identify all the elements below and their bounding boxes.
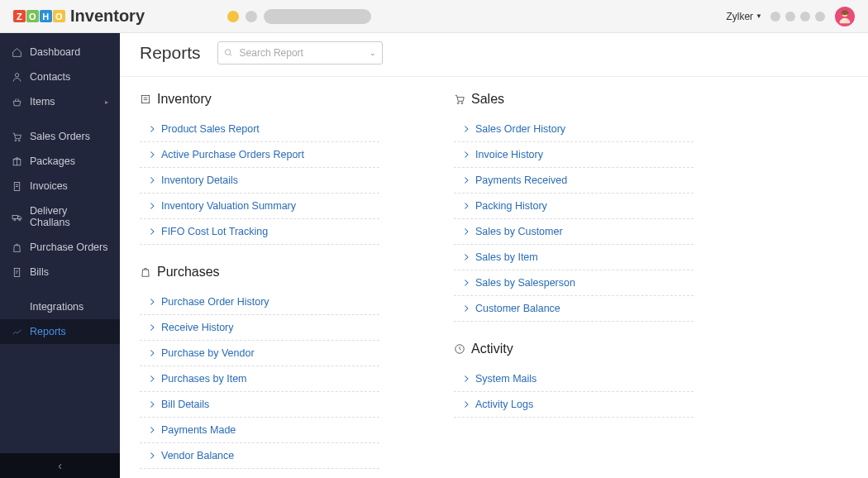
report-item: Customer Balance [454, 296, 694, 322]
sidebar-item-integrations[interactable]: Integrations [0, 294, 120, 319]
report-item: Bill Details [140, 392, 379, 418]
main-content: Reports ⌄ InventoryProduct Sales ReportA… [120, 33, 868, 478]
svg-rect-11 [14, 268, 20, 276]
svg-rect-8 [12, 215, 18, 218]
chevron-right-icon [464, 304, 470, 313]
section-sales: SalesSales Order HistoryInvoice HistoryP… [454, 92, 694, 322]
placeholder-dot-icon [800, 12, 810, 22]
sidebar-item-purchase-orders[interactable]: Purchase Orders [0, 235, 120, 260]
report-link[interactable]: FIFO Cost Lot Tracking [161, 226, 268, 237]
package-icon [12, 156, 22, 167]
report-link[interactable]: Purchase by Vendor [161, 347, 255, 359]
report-item: Sales by Salesperson [454, 270, 694, 296]
chevron-right-icon [150, 452, 155, 460]
report-link[interactable]: Sales Order History [475, 123, 565, 135]
sidebar-item-bills[interactable]: Bills [0, 260, 120, 284]
avatar[interactable] [835, 7, 855, 26]
section-title: Inventory [157, 92, 212, 107]
sidebar-item-label: Items [30, 96, 55, 108]
chevron-right-icon [150, 375, 155, 383]
sidebar-item-label: Contacts [30, 71, 70, 83]
sidebar-collapse-button[interactable]: ‹ [0, 453, 120, 478]
report-item: Packing History [454, 194, 694, 219]
sidebar-item-items[interactable]: Items▸ [0, 89, 120, 114]
logo[interactable]: Z O H O Inventory [13, 7, 145, 26]
topbar: Z O H O Inventory Zylker ▼ [0, 0, 868, 33]
sidebar-item-reports[interactable]: Reports [0, 319, 120, 344]
report-link[interactable]: Sales by Salesperson [475, 277, 575, 289]
report-link[interactable]: Customer Balance [475, 303, 560, 314]
report-item: FIFO Cost Lot Tracking [140, 219, 379, 245]
report-item: Payments Received [454, 168, 694, 194]
chevron-right-icon [464, 176, 470, 184]
caret-down-icon: ▼ [756, 12, 762, 20]
chevron-right-icon [150, 400, 155, 409]
sidebar-item-contacts[interactable]: Contacts [0, 65, 120, 89]
report-link[interactable]: Sales by Item [475, 251, 538, 263]
report-link[interactable]: Payments Made [161, 424, 236, 436]
cart-icon [12, 131, 22, 142]
report-link[interactable]: Active Purchase Orders Report [161, 149, 304, 160]
placeholder-dot-icon [770, 12, 780, 22]
report-link[interactable]: Invoice History [475, 149, 543, 160]
page-title: Reports [140, 43, 201, 63]
org-switcher[interactable]: Zylker ▼ [726, 11, 762, 22]
section-activity: ActivitySystem MailsActivity Logs [454, 342, 694, 418]
clock-icon [454, 343, 465, 355]
sidebar-item-dashboard[interactable]: Dashboard [0, 40, 120, 65]
sidebar-item-label: Bills [30, 266, 49, 278]
sidebar-item-invoices[interactable]: Invoices [0, 174, 120, 198]
report-link[interactable]: Purchase Order History [161, 296, 269, 308]
placeholder-dot-icon [785, 12, 795, 22]
topbar-placeholders [227, 9, 371, 24]
section-header: Inventory [140, 92, 379, 107]
search-input[interactable] [217, 41, 383, 65]
topbar-right: Zylker ▼ [726, 7, 855, 26]
report-item: Payments Made [140, 418, 379, 443]
report-item: Invoice History [454, 142, 694, 168]
brand-product: Inventory [70, 7, 145, 26]
section-title: Purchases [157, 265, 220, 280]
svg-point-14 [225, 50, 230, 55]
report-link[interactable]: Vendor Balance [161, 450, 234, 461]
report-item: Active Purchase Orders Report [140, 142, 379, 168]
report-link[interactable]: Receive History [161, 322, 234, 333]
svg-point-1 [15, 73, 18, 76]
report-link[interactable]: Sales by Customer [475, 226, 563, 237]
report-link[interactable]: Packing History [475, 200, 547, 212]
section-header: Purchases [140, 265, 379, 280]
chevron-down-icon[interactable]: ⌄ [370, 49, 376, 57]
sidebar-item-label: Dashboard [30, 46, 80, 58]
truck-icon [12, 212, 22, 222]
chevron-right-icon [464, 375, 470, 383]
placeholder-bar-icon [264, 9, 371, 24]
report-link[interactable]: Purchases by Item [161, 373, 247, 385]
report-list: System MailsActivity Logs [454, 366, 694, 418]
placeholder-dot-icon [815, 12, 825, 22]
section-header: Sales [454, 92, 694, 107]
chevron-right-icon [464, 279, 470, 287]
chevron-right-icon [150, 176, 155, 184]
sidebar-item-delivery-challans[interactable]: Delivery Challans [0, 198, 120, 235]
report-item: Purchases by Item [140, 366, 379, 392]
chevron-left-icon: ‹ [58, 459, 62, 472]
report-link[interactable]: Product Sales Report [161, 123, 260, 135]
report-link[interactable]: System Mails [475, 373, 537, 385]
placeholder-dot-icon [227, 11, 239, 22]
report-item: Purchase by Vendor [140, 341, 379, 366]
report-list: Sales Order HistoryInvoice HistoryPaymen… [454, 117, 694, 322]
chevron-right-icon [150, 323, 155, 332]
chevron-right-icon [464, 227, 470, 236]
report-list: Product Sales ReportActive Purchase Orde… [140, 117, 379, 245]
sidebar-item-sales-orders[interactable]: Sales Orders [0, 124, 120, 149]
report-link[interactable]: Inventory Details [161, 174, 238, 186]
chevron-right-icon [464, 125, 470, 133]
search-wrap: ⌄ [217, 41, 383, 65]
report-link[interactable]: Activity Logs [475, 399, 533, 410]
home-icon [12, 47, 22, 58]
svg-point-19 [457, 103, 459, 104]
report-link[interactable]: Payments Received [475, 174, 567, 186]
report-link[interactable]: Bill Details [161, 399, 209, 410]
sidebar-item-packages[interactable]: Packages [0, 149, 120, 174]
report-link[interactable]: Inventory Valuation Summary [161, 200, 296, 212]
